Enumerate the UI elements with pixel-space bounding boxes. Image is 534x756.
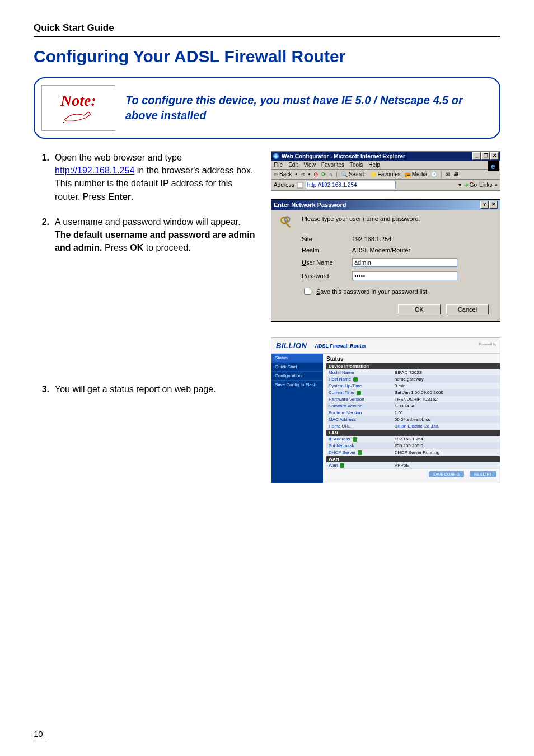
note-text: To configure this device, you must have … (125, 93, 490, 123)
save-password-checkbox[interactable] (304, 288, 311, 295)
close-button[interactable]: ✕ (490, 152, 499, 160)
ie-titlebar: Web Configurator - Microsoft Internet Ex… (271, 152, 500, 161)
step-2-text-b: Press (102, 243, 130, 252)
note-callout: Note: To configure this device, you must… (34, 77, 500, 139)
device-subtitle: ADSL Firewall Router (315, 343, 367, 349)
step-2: 2. A username and password window will a… (34, 215, 257, 255)
menu-help[interactable]: Help (368, 162, 380, 168)
print-icon[interactable]: 🖶 (453, 171, 459, 177)
search-button[interactable]: 🔍Search (341, 171, 367, 177)
toolbar-divider: | (336, 171, 338, 177)
step-1-num: 1. (34, 151, 49, 203)
table-row: Host Namehome.gateway (326, 376, 500, 383)
toolbar-separator: • (308, 171, 311, 177)
ie-address-bar: Address ▾ ➜Go Links » (271, 180, 500, 191)
ie-throbber-icon: e (488, 161, 499, 171)
menu-view[interactable]: View (303, 162, 316, 168)
page-title: Configuring Your ADSL Firewall Router (34, 47, 500, 66)
header-rule (34, 36, 500, 37)
ie-window: Web Configurator - Microsoft Internet Ex… (271, 151, 500, 191)
lan-table: IP Address192.168.1.254 SubNetmask255.25… (326, 436, 500, 456)
status-heading: Status (326, 356, 500, 362)
menu-file[interactable]: File (274, 162, 283, 168)
forward-button[interactable]: ⇨ (301, 171, 305, 177)
table-row: Bootrom Version1.01 (326, 410, 500, 416)
table-row: IP Address192.168.1.254 (326, 436, 500, 443)
home-icon[interactable]: ⌂ (329, 171, 332, 177)
password-dialog: Enter Network Password ? ✕ Please type y… (271, 199, 500, 322)
edit-icon[interactable] (353, 437, 357, 442)
step-3: 3. You will get a status report on web p… (34, 383, 257, 396)
edit-icon[interactable] (358, 450, 362, 455)
save-password-label: Save this password in your password list (316, 288, 427, 295)
step-2-num: 2. (34, 215, 49, 255)
toolbar-divider: | (441, 171, 442, 177)
mail-icon[interactable]: ✉ (446, 171, 450, 177)
step-1: 1. Open the web browser and type http://… (34, 151, 257, 203)
sidebar-item-status[interactable]: Status (271, 354, 323, 363)
edit-icon[interactable] (353, 377, 358, 382)
password-dialog-title: Enter Network Password (274, 201, 346, 208)
step-2-text-c: to proceed. (143, 243, 191, 252)
ok-button[interactable]: OK (398, 304, 441, 314)
password-input[interactable] (352, 271, 457, 280)
page-number: 10 (34, 729, 46, 739)
home-url-link[interactable]: Billion Electric Co.,Ltd. (392, 423, 500, 430)
table-row: Home URLBillion Electric Co.,Ltd. (326, 423, 500, 430)
ie-title-text: Web Configurator - Microsoft Internet Ex… (282, 153, 405, 159)
media-button[interactable]: 📻Media (404, 171, 427, 177)
sidebar-item-saveconfig[interactable]: Save Config to Flash (271, 381, 323, 389)
section-device-info: Device Information (326, 363, 500, 369)
password-label: Password (302, 273, 346, 279)
table-row: WanPPPoE (326, 462, 500, 469)
edit-icon[interactable] (357, 391, 361, 395)
save-config-button[interactable]: SAVE CONFIG (429, 471, 464, 477)
table-row: SubNetmask255.255.255.0 (326, 443, 500, 449)
table-row: MAC Address00:04:ed:ee:bb:cc (326, 416, 500, 423)
favorites-button[interactable]: ⭐Favorites (370, 171, 401, 177)
refresh-icon[interactable]: ⟳ (321, 171, 326, 177)
note-icon: Note: (41, 85, 115, 131)
address-label: Address (274, 182, 294, 188)
status-sidebar: Status Quick Start Configuration Save Co… (271, 354, 323, 483)
wan-table: WanPPPoE (326, 462, 500, 469)
table-row: System Up-Time9 min (326, 383, 500, 389)
back-button[interactable]: ⇦Back (274, 171, 292, 177)
brand-logo: BILLION (276, 341, 307, 350)
menu-favorites[interactable]: Favorites (321, 162, 344, 168)
step-1-text-a: Open the web browser and type (55, 153, 182, 162)
menu-edit[interactable]: Edit (288, 162, 298, 168)
address-dropdown-icon[interactable]: ▾ (458, 182, 461, 188)
username-input[interactable] (352, 258, 457, 267)
links-chevron-icon: » (494, 182, 498, 188)
realm-value: ADSL Modem/Router (352, 247, 492, 253)
cancel-button[interactable]: Cancel (446, 304, 489, 314)
restart-button[interactable]: RESTART (470, 471, 496, 477)
pen-icon (62, 109, 95, 124)
links-label[interactable]: Links (479, 182, 492, 188)
step-3-num: 3. (34, 383, 49, 396)
svg-rect-3 (285, 222, 291, 228)
address-input[interactable] (306, 181, 396, 189)
step-1-enter: Enter (108, 192, 131, 201)
close-button[interactable]: ✕ (489, 201, 498, 209)
menu-tools[interactable]: Tools (350, 162, 363, 168)
edit-icon[interactable] (340, 463, 344, 468)
go-button[interactable]: ➜Go (463, 181, 477, 189)
help-button[interactable]: ? (480, 201, 489, 209)
powered-by-label: Powered by (479, 342, 496, 346)
site-label: Site: (302, 236, 346, 242)
device-info-table: Model NameBIPAC-7202S Host Namehome.gate… (326, 369, 500, 430)
router-url-link[interactable]: http://192.168.1.254 (55, 166, 134, 175)
ie-menubar: File Edit View Favorites Tools Help e (271, 161, 500, 170)
toolbar-separator: • (295, 171, 297, 177)
page-icon (297, 182, 303, 189)
step-2-ok: OK (130, 243, 143, 252)
maximize-button[interactable]: ❐ (481, 152, 490, 160)
sidebar-item-configuration[interactable]: Configuration (271, 372, 323, 381)
sidebar-item-quickstart[interactable]: Quick Start (271, 363, 323, 372)
stop-icon[interactable]: ⊘ (313, 171, 318, 177)
minimize-button[interactable]: _ (472, 152, 481, 160)
site-value: 192.168.1.254 (352, 236, 492, 242)
history-icon[interactable]: 🕑 (430, 171, 437, 177)
